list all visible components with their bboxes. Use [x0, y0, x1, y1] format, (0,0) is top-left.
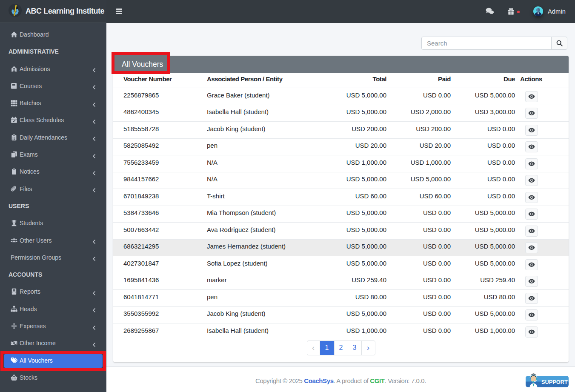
svg-text:SUPPORT: SUPPORT [541, 379, 568, 385]
